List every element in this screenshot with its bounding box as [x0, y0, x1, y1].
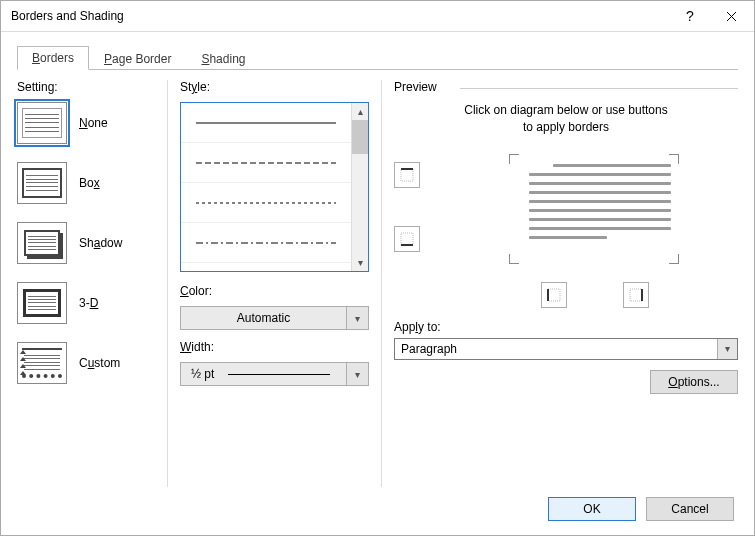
style-label: Style:: [180, 80, 369, 94]
tab-strip: Borders Page Border Shading: [17, 46, 738, 70]
chevron-down-icon: ▾: [346, 307, 368, 329]
style-shortdash[interactable]: [181, 183, 351, 223]
scroll-thumb[interactable]: [352, 120, 368, 154]
width-label: Width:: [180, 340, 369, 354]
border-top-icon: [399, 167, 415, 183]
svg-rect-10: [548, 289, 560, 301]
preview-diagram[interactable]: [509, 154, 679, 264]
width-value: ½ pt: [191, 367, 214, 381]
apply-to-value: Paragraph: [395, 342, 717, 356]
tab-borders-label: orders: [40, 51, 74, 65]
border-top-toggle[interactable]: [394, 162, 420, 188]
tab-shading[interactable]: Shading: [186, 47, 260, 70]
close-button[interactable]: [709, 1, 754, 32]
setting-shadow-icon: [17, 222, 67, 264]
style-longdash[interactable]: [181, 143, 351, 183]
chevron-down-icon: ▾: [346, 363, 368, 385]
setting-3d-icon: [17, 282, 67, 324]
content-area: Setting: None Box: [17, 70, 738, 487]
preview-group-title: Preview: [394, 80, 738, 94]
style-solid[interactable]: [181, 103, 351, 143]
setting-shadow[interactable]: Shadow: [17, 222, 167, 264]
svg-rect-12: [630, 289, 642, 301]
preview-hint: Click on diagram below or use buttons to…: [394, 102, 738, 136]
options-button[interactable]: Options...: [650, 370, 738, 394]
border-left-toggle[interactable]: [541, 282, 567, 308]
cancel-button[interactable]: Cancel: [646, 497, 734, 521]
setting-column: Setting: None Box: [17, 80, 167, 487]
chevron-down-icon: ▾: [717, 339, 737, 359]
setting-custom-icon: [17, 342, 67, 384]
width-dropdown[interactable]: ½ pt ▾: [180, 362, 369, 386]
close-icon: [726, 11, 737, 22]
window-title: Borders and Shading: [11, 9, 671, 23]
setting-custom[interactable]: Custom: [17, 342, 167, 384]
title-bar[interactable]: Borders and Shading ?: [1, 1, 754, 32]
dialog-footer: OK Cancel: [17, 487, 738, 525]
setting-shadow-label: Shadow: [79, 236, 122, 250]
style-scrollbar[interactable]: ▴ ▾: [351, 103, 368, 271]
svg-rect-6: [401, 169, 413, 181]
color-value: Automatic: [181, 311, 346, 325]
setting-3d-label: 3-D: [79, 296, 98, 310]
client-area: Borders Page Border Shading Setting: Non…: [1, 32, 754, 535]
scroll-down-icon[interactable]: ▾: [352, 254, 368, 271]
bottom-toggle-group: [394, 282, 738, 308]
setting-none[interactable]: None: [17, 102, 167, 144]
setting-label: Setting:: [17, 80, 167, 94]
preview-column: Preview Click on diagram below or use bu…: [381, 80, 738, 487]
width-line-sample: [228, 374, 330, 375]
scroll-up-icon[interactable]: ▴: [352, 103, 368, 120]
style-list-items: [181, 103, 351, 271]
style-column: Style: ▴ ▾ Color:: [167, 80, 381, 487]
left-toggle-group: [394, 162, 450, 252]
preview-diagram-row: [394, 150, 738, 264]
style-list[interactable]: ▴ ▾: [180, 102, 369, 272]
color-label: Color:: [180, 284, 369, 298]
help-button[interactable]: ?: [671, 1, 709, 32]
style-dashdot[interactable]: [181, 223, 351, 263]
border-bottom-toggle[interactable]: [394, 226, 420, 252]
color-dropdown[interactable]: Automatic ▾: [180, 306, 369, 330]
border-right-toggle[interactable]: [623, 282, 649, 308]
width-value-wrap: ½ pt: [181, 367, 346, 381]
border-bottom-icon: [399, 231, 415, 247]
setting-3d[interactable]: 3-D: [17, 282, 167, 324]
ok-button[interactable]: OK: [548, 497, 636, 521]
diagram-wrap: [450, 150, 738, 264]
setting-custom-label: Custom: [79, 356, 120, 370]
preview-label: Preview: [394, 80, 437, 94]
border-right-icon: [628, 287, 644, 303]
scroll-track[interactable]: [352, 154, 368, 254]
setting-none-label: None: [79, 116, 108, 130]
setting-box[interactable]: Box: [17, 162, 167, 204]
svg-rect-8: [401, 233, 413, 245]
apply-to-label: Apply to:: [394, 320, 738, 334]
border-left-icon: [546, 287, 562, 303]
setting-box-icon: [17, 162, 67, 204]
tab-borders[interactable]: Borders: [17, 46, 89, 70]
tab-page-border-label: age Border: [112, 52, 171, 66]
dialog-window: Borders and Shading ? Borders Page Borde…: [0, 0, 755, 536]
setting-none-icon: [17, 102, 67, 144]
tab-shading-label: hading: [209, 52, 245, 66]
tab-page-border[interactable]: Page Border: [89, 47, 186, 70]
apply-to-dropdown[interactable]: Paragraph ▾: [394, 338, 738, 360]
paragraph-sample: [529, 164, 671, 239]
setting-box-label: Box: [79, 176, 100, 190]
